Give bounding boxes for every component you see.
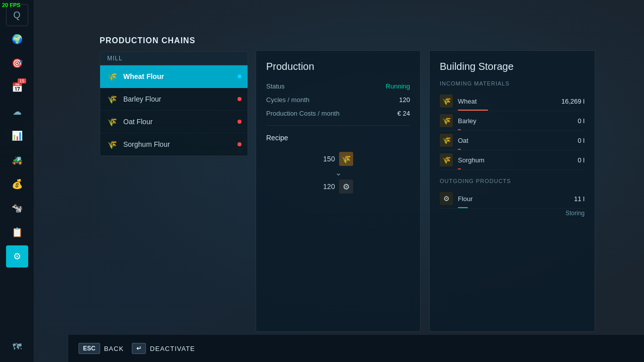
oat-flour-icon: 🌾 <box>106 116 118 128</box>
sorghum-value: 0 l <box>578 156 585 164</box>
costs-value: € 24 <box>397 110 410 117</box>
barley-bar <box>458 129 461 130</box>
flour-status: Storing <box>440 210 585 217</box>
wheat-storage-icon: 🌾 <box>440 95 453 108</box>
sidebar: Q 🌍 🎯 📅 15 ☁ 📊 🚜 💰 🐄 📋 ⚙ 🗺 <box>0 0 34 362</box>
q-icon: Q <box>13 10 20 21</box>
wheat-bar <box>458 110 488 111</box>
storage-item-oat: 🌾 Oat 0 l <box>440 131 585 150</box>
deactivate-label: DEACTIVATE <box>150 345 195 352</box>
cycles-row: Cycles / month 120 <box>266 96 410 104</box>
money-icon: 💰 <box>12 178 23 190</box>
calendar-badge: 15 <box>18 78 26 83</box>
storage-item-barley: 🌾 Barley 0 l <box>440 111 585 131</box>
steering-icon: 🎯 <box>12 58 23 69</box>
map-icon: 🗺 <box>13 342 22 352</box>
production-title: Production <box>266 61 410 72</box>
recipe-arrow: ⌄ <box>335 168 342 177</box>
chain-name-oat-flour: Oat Flour <box>123 118 237 126</box>
incoming-label: INCOMING MATERIALS <box>440 80 585 86</box>
recipe-input-icon: 🌾 <box>339 152 353 166</box>
contracts-icon: 📋 <box>12 227 23 238</box>
chain-category-mill: MILL <box>100 52 248 65</box>
sidebar-item-money[interactable]: 💰 <box>6 173 28 195</box>
sidebar-item-stats[interactable]: 📊 <box>6 125 28 147</box>
weather-icon: ☁ <box>13 106 22 117</box>
sorghum-name: Sorghum <box>458 156 578 164</box>
barley-flour-icon: 🌾 <box>106 93 118 105</box>
chain-dot-sorghum <box>237 142 242 146</box>
chain-name-barley-flour: Barley Flour <box>123 95 237 103</box>
sorghum-bar <box>458 168 461 169</box>
sidebar-item-vehicles[interactable]: 🚜 <box>6 149 28 171</box>
vehicles-icon: 🚜 <box>12 154 23 165</box>
deactivate-button[interactable]: ↵ DEACTIVATE <box>132 343 195 354</box>
deactivate-key: ↵ <box>132 343 146 354</box>
sidebar-item-map[interactable]: 🗺 <box>6 336 28 358</box>
sidebar-item-globe[interactable]: 🌍 <box>6 28 28 50</box>
production-icon: ⚙ <box>13 251 21 262</box>
back-key: ESC <box>78 343 100 354</box>
flour-value: 11 l <box>574 195 585 203</box>
cycles-label: Cycles / month <box>266 96 309 104</box>
calendar-icon: 📅 <box>12 82 23 93</box>
chain-dot-barley <box>237 97 242 101</box>
chain-item-sorghum-flour[interactable]: 🌾 Sorghum Flour <box>100 133 248 156</box>
stats-icon: 📊 <box>12 130 23 141</box>
chain-dot-wheat <box>237 74 242 78</box>
production-panel: Production Status Running Cycles / month… <box>256 50 421 332</box>
status-value: Running <box>386 82 410 90</box>
globe-icon: 🌍 <box>12 34 23 45</box>
sidebar-item-production[interactable]: ⚙ <box>6 245 28 267</box>
production-chains-panel: PRODUCTION CHAINS MILL 🌾 Wheat Flour 🌾 B… <box>100 36 248 156</box>
oat-name: Oat <box>458 137 578 144</box>
animals-icon: 🐄 <box>12 203 23 214</box>
flour-bar <box>458 207 468 208</box>
wheat-value: 16,269 l <box>561 98 585 105</box>
main-content: PRODUCTION CHAINS MILL 🌾 Wheat Flour 🌾 B… <box>34 0 644 362</box>
flour-name: Flour <box>458 195 574 203</box>
back-button[interactable]: ESC BACK <box>78 343 124 354</box>
flour-storage-icon: ⚙ <box>440 192 453 205</box>
chain-name-wheat-flour: Wheat Flour <box>123 72 237 80</box>
oat-value: 0 l <box>578 137 585 144</box>
recipe-output-qty: 120 <box>323 183 335 191</box>
barley-storage-icon: 🌾 <box>440 114 453 127</box>
cycles-value: 120 <box>399 96 410 104</box>
panel-chains-title: PRODUCTION CHAINS <box>100 36 248 45</box>
wheat-name: Wheat <box>458 98 561 105</box>
sidebar-item-steering[interactable]: 🎯 <box>6 52 28 74</box>
chain-dot-oat <box>237 120 242 124</box>
outgoing-section: OUTGOING PRODUCTS ⚙ Flour 11 l Storing <box>440 178 585 217</box>
chains-list: MILL 🌾 Wheat Flour 🌾 Barley Flour 🌾 Oat … <box>100 51 248 156</box>
sidebar-item-animals[interactable]: 🐄 <box>6 197 28 219</box>
oat-bar <box>458 149 461 150</box>
status-label: Status <box>266 82 285 90</box>
divider <box>266 125 410 126</box>
sidebar-item-weather[interactable]: ☁ <box>6 101 28 123</box>
barley-value: 0 l <box>578 117 585 125</box>
chain-name-sorghum-flour: Sorghum Flour <box>123 140 237 148</box>
chain-item-wheat-flour[interactable]: 🌾 Wheat Flour <box>100 65 248 88</box>
recipe-input: 150 🌾 <box>323 152 353 166</box>
recipe-output: 120 ⚙ <box>323 179 353 194</box>
oat-storage-icon: 🌾 <box>440 134 453 147</box>
storage-title: Building Storage <box>440 61 585 72</box>
sidebar-item-contracts[interactable]: 📋 <box>6 221 28 243</box>
chain-item-barley-flour[interactable]: 🌾 Barley Flour <box>100 88 248 111</box>
recipe-flow: 150 🌾 ⌄ 120 ⚙ <box>266 152 410 194</box>
chain-item-oat-flour[interactable]: 🌾 Oat Flour <box>100 111 248 133</box>
wheat-flour-icon: 🌾 <box>106 70 118 82</box>
recipe-input-qty: 150 <box>323 155 335 163</box>
back-label: BACK <box>104 345 124 352</box>
sorghum-storage-icon: 🌾 <box>440 153 453 166</box>
fps-counter: 20 FPS <box>2 2 21 8</box>
costs-label: Production Costs / month <box>266 110 340 117</box>
sidebar-item-calendar[interactable]: 📅 15 <box>6 76 28 99</box>
storage-item-flour: ⚙ Flour 11 l <box>440 189 585 209</box>
barley-name: Barley <box>458 117 578 125</box>
storage-item-wheat: 🌾 Wheat 16,269 l <box>440 92 585 111</box>
storage-item-sorghum: 🌾 Sorghum 0 l <box>440 150 585 170</box>
recipe-output-icon: ⚙ <box>339 179 353 194</box>
outgoing-label: OUTGOING PRODUCTS <box>440 178 585 184</box>
